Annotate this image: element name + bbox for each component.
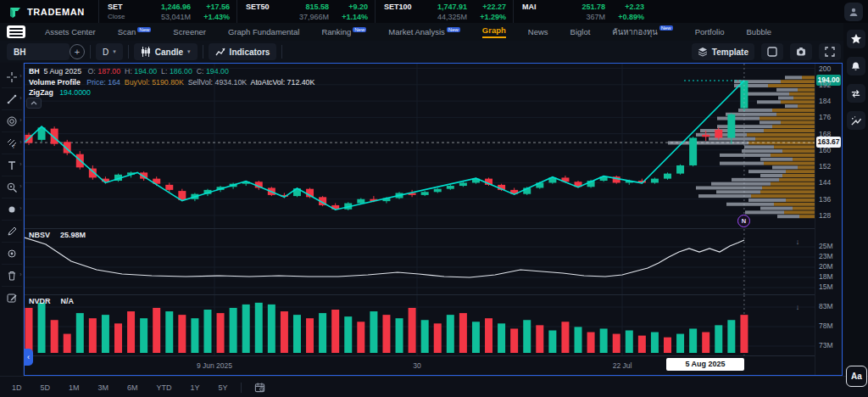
legend-ohlc-row: BH 5 Aug 2025 O: 187.00 H: 194.00 L: 186…: [29, 66, 314, 77]
nav-fund-search[interactable]: ค้นหากองทุนNew: [612, 25, 672, 38]
nav-ranking[interactable]: RankingNew: [321, 27, 366, 36]
nvdr-tick: 78M: [819, 322, 833, 330]
news-marker[interactable]: N: [737, 215, 750, 227]
watchlist-button[interactable]: [847, 30, 865, 48]
nvdr-panel[interactable]: [25, 294, 815, 355]
calendar-icon: [254, 382, 265, 393]
zoom-tool[interactable]: ›: [2, 176, 22, 198]
indicators-button[interactable]: Indicators: [209, 43, 277, 60]
range-5d[interactable]: 5D: [41, 383, 51, 392]
range-1d[interactable]: 1D: [12, 383, 22, 392]
star-icon: [850, 33, 862, 45]
compare-add-button[interactable]: +: [70, 44, 85, 59]
camera-icon: [796, 47, 806, 57]
font-size-button[interactable]: Aa: [846, 366, 867, 387]
topbar: TRADEMAN SET1,246.96+17.56 Close53,041M+…: [0, 0, 868, 23]
trademan-app: TRADEMAN SET1,246.96+17.56 Close53,041M+…: [0, 0, 868, 397]
price-tick: 160: [819, 146, 831, 154]
price-axis[interactable]: 194.00 163.67 20019218417616816015214413…: [815, 64, 842, 375]
fullscreen-button[interactable]: [819, 43, 841, 60]
chevron-up-icon: [31, 101, 37, 105]
nav-bubble[interactable]: Bubble: [747, 27, 772, 36]
trend-line-tool[interactable]: ›: [2, 88, 22, 110]
layout-button[interactable]: [761, 43, 783, 60]
bell-icon: [850, 61, 861, 72]
new-badge: New: [137, 27, 151, 32]
nav-news[interactable]: News: [528, 27, 548, 36]
range-ytd[interactable]: YTD: [157, 383, 172, 392]
nvdr-legend: NVDRN/A: [29, 297, 74, 305]
range-1m[interactable]: 1M: [69, 383, 80, 392]
chart-frame: BH 5 Aug 2025 O: 187.00 H: 194.00 L: 186…: [24, 63, 843, 376]
text-tool[interactable]: ›: [2, 154, 22, 176]
brand-name: TRADEMAN: [27, 7, 85, 17]
nav-biglot[interactable]: Biglot: [570, 27, 591, 36]
magic-wand-check-icon: [850, 115, 861, 126]
symbol-search[interactable]: BH: [7, 43, 70, 60]
scroll-left-handle[interactable]: ‹: [24, 349, 33, 366]
nav-screener[interactable]: Screener: [173, 27, 206, 36]
person-icon: [849, 7, 859, 17]
index-mai[interactable]: MAI251.78+2.23 367M+0.89%: [513, 0, 651, 23]
price-tick: 128: [819, 211, 831, 220]
time-tick: 30: [387, 361, 447, 370]
nav-assets-center[interactable]: Assets Center: [45, 27, 96, 36]
nbsv-pane-arrow-icon[interactable]: ↓: [793, 237, 803, 247]
chevron-down-icon: ▾: [187, 48, 191, 55]
range-5y[interactable]: 5Y: [219, 383, 228, 392]
nbsv-panel[interactable]: [25, 228, 815, 294]
index-set100[interactable]: SET1001,747.91+22.27 44,325M+1.29%: [375, 0, 513, 23]
pattern-tool[interactable]: T›: [2, 132, 22, 154]
range-6m[interactable]: 6M: [127, 383, 138, 392]
nvdr-tick: 83M: [819, 302, 833, 310]
trash-icon: [6, 270, 18, 282]
index-set[interactable]: SET1,246.96+17.56 Close53,041M+1.43%: [98, 0, 236, 23]
fib-spiral-tool[interactable]: ›: [2, 110, 22, 132]
chart-area[interactable]: BH 5 Aug 2025 O: 187.00 H: 194.00 L: 186…: [25, 64, 815, 375]
time-axis[interactable]: 5 Aug 2025 9 Jun 20253022 Jul: [25, 355, 815, 376]
shape-tool[interactable]: ›: [2, 198, 22, 221]
nav-market-analysis[interactable]: Market AnalysisNew: [388, 27, 460, 36]
compare-swap-button[interactable]: [847, 84, 865, 103]
app-logo[interactable]: TRADEMAN: [0, 5, 98, 19]
alerts-button[interactable]: [847, 57, 865, 75]
right-icon-rail: [843, 23, 868, 397]
notes-tool[interactable]: [2, 287, 22, 308]
user-avatar[interactable]: [844, 3, 863, 21]
price-tick: 192: [819, 81, 831, 89]
nav-graph-active[interactable]: Graph: [482, 25, 506, 38]
nbsv-tick: 25M: [819, 242, 833, 250]
edit-note-icon: [6, 292, 18, 304]
swap-arrows-icon: [850, 88, 861, 99]
crosshair-icon: [6, 71, 18, 83]
legend-collapse-button[interactable]: [26, 98, 42, 109]
crosshair-tool[interactable]: ›: [2, 66, 22, 88]
drawing-tool-rail: › › › T› › › › ›: [0, 63, 24, 376]
nav-scan[interactable]: ScanNew: [118, 27, 152, 36]
snapshot-button[interactable]: [790, 43, 812, 60]
indicators-icon: [215, 47, 225, 57]
nav-portfolio[interactable]: Portfolio: [695, 27, 725, 36]
layers-icon: [698, 47, 708, 57]
range-3m[interactable]: 3M: [98, 383, 109, 392]
price-tick: 168: [819, 130, 831, 138]
chevron-down-icon: ▾: [113, 48, 116, 55]
index-set50[interactable]: SET50815.58+9.20 37,966M+1.14%: [236, 0, 375, 23]
range-1y[interactable]: 1Y: [191, 383, 200, 392]
nbsv-legend: NBSV25.98M: [29, 231, 86, 239]
nbsv-tick: 15M: [819, 282, 833, 291]
brush-tool[interactable]: [2, 221, 22, 243]
nvdr-pane-arrow-icon[interactable]: ↓: [793, 302, 803, 312]
auto-analysis-button[interactable]: [847, 111, 865, 130]
magnifier-icon: [6, 182, 18, 193]
menu-icon[interactable]: [7, 25, 25, 38]
remove-drawings-tool[interactable]: ›: [2, 265, 22, 287]
nav-graph-fundamental[interactable]: Graph Fundamental: [228, 27, 300, 36]
chart-type-select[interactable]: Candle▾: [134, 43, 198, 60]
magnet-tool[interactable]: [2, 243, 22, 265]
nvdr-tick: 73M: [819, 341, 833, 349]
custom-date-button[interactable]: [254, 382, 265, 393]
timeframe-select[interactable]: D▾: [96, 43, 123, 60]
trademan-logo-icon: [8, 5, 22, 19]
template-button[interactable]: Template: [692, 43, 754, 60]
